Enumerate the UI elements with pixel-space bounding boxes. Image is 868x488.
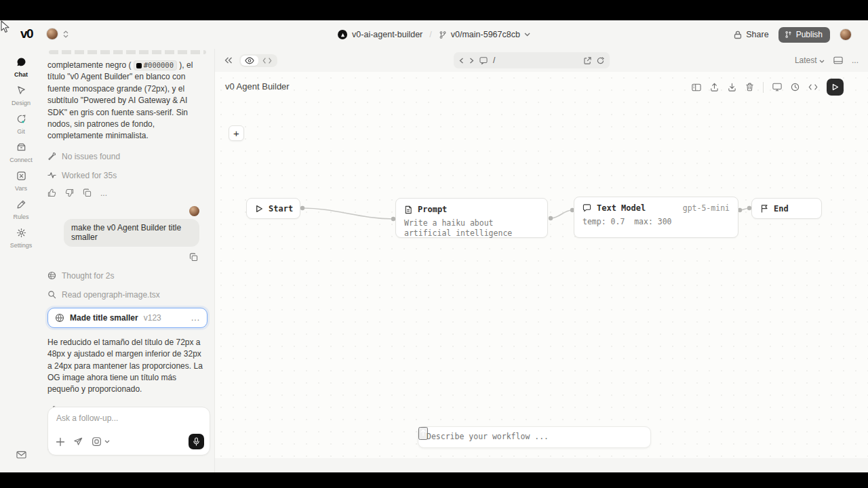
trash-icon[interactable] <box>745 83 754 92</box>
account-switcher[interactable] <box>46 28 68 40</box>
node-body: temp: 0.7 max: 300 <box>583 217 730 227</box>
copy-icon <box>189 253 198 262</box>
git-branch-icon <box>439 30 447 39</box>
user-avatar[interactable] <box>840 28 852 41</box>
workflow-prompt-bar[interactable] <box>418 426 651 448</box>
code-icon[interactable] <box>258 56 276 66</box>
node-prompt[interactable]: Prompt Write a haiku about artificial in… <box>395 198 548 238</box>
sidebar-item-design[interactable]: Design <box>0 85 42 106</box>
sidebar-item-label: Rules <box>0 214 42 220</box>
sidebar-item-rules[interactable]: Rules <box>0 199 42 220</box>
brain-icon <box>47 271 56 280</box>
copy-icon[interactable] <box>83 188 92 197</box>
forward-icon[interactable] <box>469 58 474 64</box>
globe-icon <box>55 313 64 323</box>
chevron-down-icon[interactable] <box>104 440 110 443</box>
collapse-sidebar-icon[interactable] <box>224 57 233 64</box>
node-text-model[interactable]: Text Model gpt-5-mini temp: 0.7 max: 300 <box>574 197 738 238</box>
flag-icon <box>761 204 768 213</box>
console-icon[interactable] <box>479 57 488 64</box>
toolbar-divider <box>763 82 764 93</box>
minimap-node <box>215 87 220 91</box>
feedback-row-1: ... <box>47 188 208 198</box>
sidebar-item-label: Chat <box>0 71 42 78</box>
color-swatch <box>136 63 142 68</box>
node-end[interactable]: End <box>751 198 822 219</box>
search-icon <box>47 290 56 299</box>
status-thought[interactable]: Thought for 2s <box>47 271 208 281</box>
media-icon[interactable] <box>92 436 102 447</box>
send-plane-icon[interactable] <box>73 436 83 447</box>
sidebar-item-git[interactable]: Git <box>0 114 42 135</box>
node-start[interactable]: Start <box>246 198 300 219</box>
history-clock-icon[interactable] <box>791 83 800 92</box>
plus-icon[interactable] <box>56 437 65 447</box>
thumbs-down-icon[interactable] <box>65 188 74 197</box>
sidebar-item-chat[interactable]: Chat <box>0 57 42 78</box>
code-icon[interactable] <box>808 83 818 91</box>
chevron-down-icon <box>524 33 530 37</box>
project-name: v0-ai-agent-builder <box>352 30 422 39</box>
project-switcher[interactable]: v0-ai-agent-builder <box>338 30 422 39</box>
thumbs-up-icon[interactable] <box>47 188 56 197</box>
download-icon[interactable] <box>728 83 736 92</box>
status-read-file[interactable]: Read opengraph-image.tsx <box>47 290 208 300</box>
breadcrumb-divider: / <box>429 30 431 39</box>
workflow-canvas[interactable]: v0 Agent Builder + <box>215 72 868 458</box>
branch-switcher[interactable]: v0/main-5967c8cb <box>439 30 530 39</box>
run-workflow-button[interactable] <box>827 79 844 96</box>
color-code-chip: #000000 <box>134 60 177 70</box>
project-icon <box>338 30 347 39</box>
refresh-icon[interactable] <box>597 57 604 64</box>
truncated-text-line <box>49 50 206 54</box>
add-node-button[interactable]: + <box>229 125 244 141</box>
preview-url-bar[interactable]: / <box>454 52 610 68</box>
git-sync-icon <box>16 114 26 124</box>
cursor-design-icon <box>16 85 26 96</box>
layout-icon[interactable] <box>692 83 701 92</box>
header-actions: Share Publish <box>734 20 852 49</box>
breadcrumb: v0-ai-agent-builder / v0/main-5967c8cb <box>338 20 530 49</box>
sidebar-item-label: Vars <box>0 185 42 192</box>
node-header: Text Model gpt-5-mini <box>583 203 730 213</box>
version-card-menu[interactable]: ... <box>191 313 200 323</box>
connect-icon <box>16 142 26 152</box>
v0-app-window: v0 v0-ai-agent-builder / <box>0 20 868 472</box>
copy-user-message[interactable] <box>47 253 198 262</box>
play-icon <box>832 83 839 91</box>
upload-icon[interactable] <box>710 83 719 92</box>
sidebar-item-connect[interactable]: Connect <box>0 142 42 163</box>
back-icon[interactable] <box>459 58 464 64</box>
version-selector[interactable]: Latest <box>795 56 825 65</box>
more-actions-icon[interactable]: ... <box>100 188 107 198</box>
eye-icon[interactable] <box>241 56 258 66</box>
sidebar-item-label: Design <box>0 100 42 106</box>
more-menu-icon[interactable]: ... <box>852 56 859 65</box>
share-button[interactable]: Share <box>734 30 768 39</box>
panel-bottom-icon[interactable] <box>833 56 843 64</box>
monitor-icon[interactable] <box>772 83 782 92</box>
screen: v0 v0-ai-agent-builder / <box>0 0 868 488</box>
publish-branch-icon <box>785 30 792 39</box>
followup-input[interactable] <box>56 413 199 423</box>
play-outline-icon <box>256 205 263 213</box>
workflow-edges <box>215 72 868 458</box>
sidebar-item-vars[interactable]: Vars <box>0 171 42 192</box>
vars-icon <box>16 171 26 181</box>
v0-logo[interactable]: v0 <box>20 26 33 41</box>
preview-path: / <box>493 56 495 65</box>
sidebar-item-label: Git <box>0 128 42 135</box>
publish-button[interactable]: Publish <box>778 27 830 43</box>
chat-composer[interactable] <box>47 407 210 455</box>
sidebar-item-settings[interactable]: Settings <box>0 228 42 249</box>
workflow-input[interactable] <box>427 432 616 441</box>
share-label: Share <box>746 30 768 39</box>
feedback-mail-button[interactable] <box>0 449 42 462</box>
canvas-title: v0 Agent Builder <box>225 81 290 92</box>
sidebar-item-label: Settings <box>0 242 42 249</box>
version-card[interactable]: Made title smaller v123 ... <box>47 308 208 328</box>
version-card-version: v123 <box>144 313 161 323</box>
status-no-issues-1: No issues found <box>47 152 208 161</box>
open-external-icon[interactable] <box>584 57 591 64</box>
mic-button[interactable] <box>189 434 204 449</box>
